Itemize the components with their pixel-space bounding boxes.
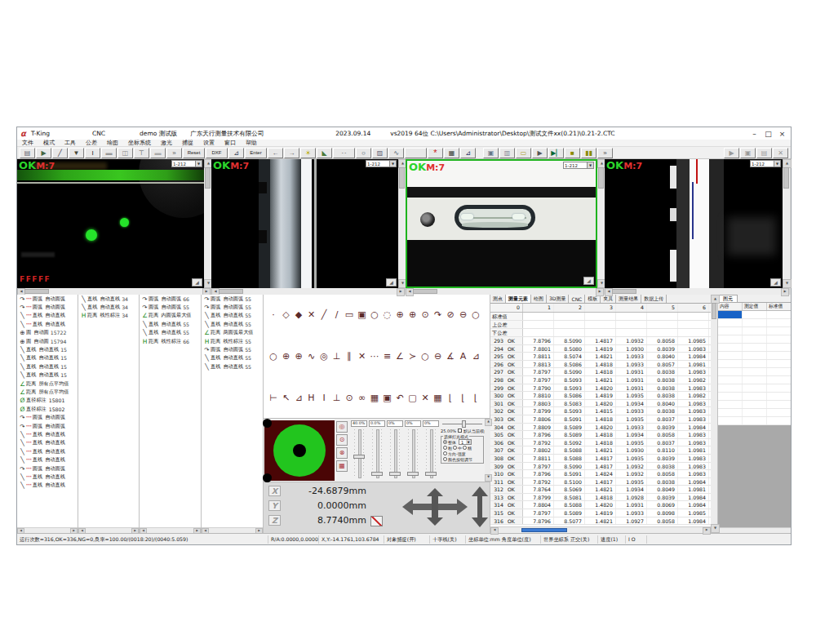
tool-icon-3-15[interactable]: ⌊ — [446, 393, 455, 403]
diagonal-move-button[interactable] — [370, 516, 383, 526]
measure-list-item[interactable]: Ø直径标注15802 — [17, 405, 78, 413]
measure-list-item[interactable]: ∠距离所有点平均值 — [17, 388, 78, 396]
measure-list-item[interactable]: ╲***直线自动直线 — [17, 473, 78, 481]
tool-icon-2-15[interactable]: ∡ — [446, 351, 455, 362]
measure-list-item[interactable]: ╲直线自动直线55 — [140, 320, 201, 328]
toolbar-button-wave[interactable]: ∿ — [388, 148, 404, 158]
radio-all[interactable] — [443, 440, 447, 444]
table-row[interactable]: 315OK7.87978.50891.48191.09330.80981.098… — [490, 509, 711, 517]
radio-color[interactable] — [443, 457, 447, 461]
toolbar-button-run[interactable]: » — [597, 148, 613, 158]
tool-icon-3-9[interactable]: ▦ — [370, 393, 379, 403]
tool-icon-1-8[interactable]: ▣ — [357, 309, 367, 320]
measure-list-item[interactable]: ╲直线自动直线55 — [202, 354, 263, 362]
tool-icon-3-6[interactable]: ⊥ — [332, 393, 342, 403]
light-mode-button-2[interactable]: ⊙ — [336, 434, 348, 446]
camera-range-dropdown[interactable]: 1-212▼ — [750, 160, 781, 167]
camera-range-dropdown[interactable]: 1-212▼ — [171, 160, 202, 167]
measure-list-item[interactable]: ╲直线自动直线34 — [78, 303, 139, 311]
tab-primitive[interactable]: 图元 — [718, 295, 738, 302]
measure-list-item[interactable]: ↷***圆弧自动圆弧 — [17, 413, 78, 421]
measure-list-item[interactable]: H距离线性标注55 — [202, 337, 263, 345]
table-row[interactable]: 308OK7.88118.50881.48171.09350.80391.098… — [490, 455, 711, 463]
light-channel-combo[interactable]: 1▼ — [459, 439, 472, 445]
toolbar-button-dxf[interactable]: DXF — [206, 148, 228, 158]
table-row[interactable]: 314OK7.88048.50881.48201.09310.80691.098… — [490, 501, 711, 509]
radio-high[interactable] — [463, 446, 467, 450]
table-row[interactable]: 310OK7.87968.50911.48241.09320.80581.098… — [490, 470, 711, 478]
camera2-hscrollbar[interactable] — [211, 288, 406, 295]
table-row[interactable]: 295OK7.88118.50741.48211.09330.80401.098… — [490, 353, 711, 361]
tool-icon-3-10[interactable]: ▣ — [383, 393, 392, 403]
measure-list-item[interactable]: ╲直线自动直线34 — [78, 295, 139, 303]
tool-icon-3-13[interactable]: ✕ — [420, 393, 430, 403]
toolbar-button-dashes[interactable]: - - — [333, 148, 355, 158]
measure-list-item[interactable]: ╲***直线自动直线 — [17, 439, 78, 447]
toolbar-button-play[interactable]: ▶ — [532, 148, 548, 158]
table-row[interactable]: 303OK7.88068.50911.48181.09350.80371.098… — [490, 415, 711, 424]
toolbar-button-gray-a[interactable]: ▬ — [101, 148, 117, 158]
tool-icon-1-12[interactable]: ⊕ — [408, 309, 418, 320]
tool-icon-3-3[interactable]: ⊿ — [294, 393, 304, 403]
toolbar-button-ruler[interactable]: ⊿ — [228, 148, 244, 158]
y-axis-icon[interactable]: Y — [268, 500, 281, 511]
toolbar-button-stop[interactable]: ■ — [565, 148, 580, 158]
table-row[interactable]: 313OK7.87998.50811.48181.09280.80391.098… — [490, 494, 711, 502]
camera-view-4[interactable]: OKM:7 1-212▼ ◢ — [605, 159, 783, 288]
toolbar-button-print[interactable]: ▤ — [756, 148, 772, 158]
camera-corner-button[interactable]: ◢ — [192, 278, 202, 286]
tool-icon-1-14[interactable]: ↷ — [433, 309, 443, 320]
camera4-hscrollbar[interactable] — [605, 288, 790, 295]
camera3-scrollbar[interactable] — [597, 159, 605, 288]
toolbar-button-arrow-right[interactable]: → — [284, 148, 299, 158]
ring-light-preview[interactable] — [264, 420, 335, 481]
element-table-row[interactable] — [718, 376, 791, 384]
light-mode-button-4[interactable]: ▦ — [336, 460, 348, 472]
element-table-row[interactable] — [718, 393, 791, 401]
toolbar-button-enter[interactable]: Enter — [245, 148, 267, 158]
table-row[interactable]: 305OK7.87968.50891.48181.09340.80581.098… — [490, 431, 711, 439]
menu-item-5[interactable]: 绘图 — [107, 139, 118, 147]
tool-icon-2-11[interactable]: ∠ — [395, 351, 405, 362]
radio-direction[interactable] — [443, 451, 447, 455]
element-table-row[interactable] — [718, 335, 791, 344]
table-hscroll-thumb[interactable] — [521, 528, 567, 532]
camera-range-dropdown[interactable]: 1-212▼ — [563, 162, 594, 169]
menu-item-9[interactable]: 设置 — [203, 139, 215, 147]
tool-icon-1-17[interactable]: ○ — [471, 309, 481, 320]
measure-list-item[interactable]: ∠距离所有点平均值 — [17, 380, 78, 388]
table-row[interactable]: 311OK7.87928.51001.48171.09350.80381.098… — [490, 478, 711, 486]
tool-icon-1-11[interactable]: ⊕ — [395, 309, 405, 320]
camera2-scrollbar[interactable] — [398, 159, 406, 288]
tool-icon-1-16[interactable]: ⊖ — [459, 309, 468, 320]
table-row[interactable]: 306OK7.87928.50921.48181.09350.80371.098… — [490, 439, 711, 447]
measure-list-item[interactable]: ╲直线自动直线15 — [17, 345, 78, 353]
measure-list-item[interactable]: ╲***直线自动直线 — [17, 430, 78, 438]
tool-icon-1-1[interactable]: · — [268, 309, 278, 320]
table-tab-3[interactable]: 绘图 — [531, 295, 547, 303]
camera1-scrollbar[interactable] — [204, 159, 211, 288]
toolbar-button-copy-sheets[interactable]: ▥ — [499, 148, 515, 158]
menu-item-10[interactable]: 窗口 — [224, 139, 236, 147]
measure-list-item[interactable]: Ø直径标注15801 — [17, 397, 78, 405]
table-row[interactable]: 298OK7.87978.50931.48211.09310.80381.098… — [490, 376, 711, 384]
table-row[interactable]: 300OK7.88108.50861.48191.09350.80381.098… — [490, 392, 711, 400]
table-row[interactable]: 304OK7.88098.50891.48201.09330.80391.098… — [490, 424, 711, 432]
measure-list-item[interactable]: ╲***直线自动直线 — [17, 447, 78, 455]
element-table-row[interactable] — [718, 384, 791, 393]
chevron-down-icon[interactable]: ▼ — [587, 162, 593, 168]
camera-view-1[interactable]: OKM:7 1-212▼ FFFFF ◢ — [17, 159, 204, 288]
toolbar-button-fixture[interactable]: I — [85, 148, 100, 158]
element-table-row[interactable] — [718, 360, 791, 368]
toolbar-button-arrow-left[interactable]: ← — [268, 148, 283, 158]
element-table-row[interactable] — [718, 344, 791, 352]
tool-icon-1-13[interactable]: ⊙ — [420, 309, 430, 320]
menu-item-6[interactable]: 坐标系统 — [128, 139, 151, 147]
element-table-row[interactable] — [718, 417, 791, 425]
minimize-button[interactable]: – — [747, 130, 761, 138]
camera-view-3-selected[interactable]: OKM:7 1-212▼ ◢ — [406, 159, 597, 288]
toolbar-button-save-secondary[interactable]: ▣ — [740, 148, 756, 158]
menu-item-3[interactable]: 工具 — [64, 139, 76, 147]
tool-icon-1-3[interactable]: ◆ — [294, 309, 304, 320]
camera4-scrollbar[interactable] — [783, 159, 790, 288]
